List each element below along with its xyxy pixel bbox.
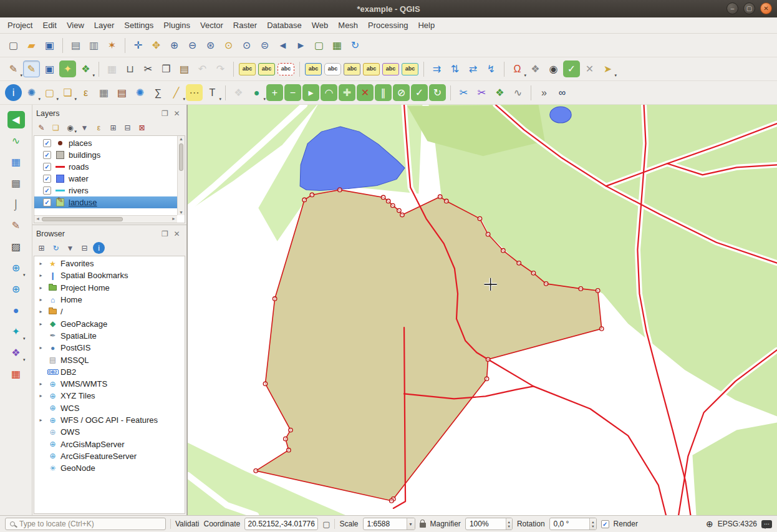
vertex-marker[interactable] xyxy=(486,357,490,361)
diagram-history-button[interactable]: ⇅ xyxy=(446,60,463,77)
snapping-options-button[interactable]: Ω▾ xyxy=(509,60,526,77)
run-feature-action-button-dropdown[interactable]: ▾ xyxy=(38,97,41,101)
vertex-marker[interactable] xyxy=(273,297,276,301)
shape-digitize-ellipse-tool[interactable]: − xyxy=(284,84,301,101)
menu-mesh[interactable]: Mesh xyxy=(333,19,363,32)
add-part-tool[interactable]: ✚ xyxy=(339,84,355,101)
vertex-editor-button[interactable]: ❖ xyxy=(230,84,247,101)
zoom-last-tool[interactable]: ◄ xyxy=(274,37,291,54)
expand-arrow[interactable]: ▸ xyxy=(37,261,45,266)
collapse-all-button[interactable]: ⊟ xyxy=(122,122,133,133)
expand-arrow[interactable]: ▸ xyxy=(37,273,45,278)
field-calculator-button[interactable]: ▤ xyxy=(113,84,130,101)
browser-item-arcgisfeatureserver[interactable]: ⊕ArcGisFeatureServer xyxy=(34,450,185,462)
nav-back-button[interactable]: ◀ xyxy=(7,111,25,128)
plugin-star-tools-button[interactable]: ✦▾ xyxy=(7,323,25,341)
current-edits-menu-dropdown[interactable]: ▾ xyxy=(20,73,22,77)
scale-dropdown-arrow[interactable]: ▾ xyxy=(407,518,415,530)
text-annotation-tool[interactable]: T▾ xyxy=(204,84,221,101)
network-analysis-button[interactable]: ⇄ xyxy=(465,60,481,77)
layers-panel-float-button[interactable]: ❐ xyxy=(159,107,171,119)
vertex-marker[interactable] xyxy=(531,271,535,275)
add-polygon-feature-tool[interactable]: ✦ xyxy=(59,60,76,77)
zoom-full-extent-tool[interactable]: ⊛ xyxy=(202,37,219,54)
open-layer-styling-button[interactable]: ✎ xyxy=(36,122,47,133)
vertex-marker[interactable] xyxy=(390,499,393,503)
map-canvas[interactable] xyxy=(187,105,777,515)
vertex-marker[interactable] xyxy=(254,469,258,473)
undo-button[interactable]: ↶ xyxy=(194,60,211,77)
select-features-tool-dropdown[interactable]: ▾ xyxy=(56,97,59,101)
vertex-marker[interactable] xyxy=(478,216,481,220)
browser-item-xyz-tiles[interactable]: ▸⊕XYZ Tiles xyxy=(34,390,185,402)
vertex-marker[interactable] xyxy=(263,382,267,385)
layer-row-water[interactable]: ✓water xyxy=(34,173,185,185)
crs-label[interactable]: EPSG:4326 xyxy=(718,520,757,528)
vertex-marker[interactable] xyxy=(289,428,292,432)
vertex-marker[interactable] xyxy=(310,193,314,196)
plugin-colors-button[interactable]: ▦ xyxy=(7,365,25,383)
style-manager-button[interactable]: ✶ xyxy=(104,37,120,54)
plugin-globe-tools-button[interactable]: ⊕▾ xyxy=(7,259,25,277)
plugin-globe-tools-button-dropdown[interactable]: ▾ xyxy=(23,273,26,277)
split-lines-tool[interactable]: ✂ xyxy=(473,84,490,101)
layer-checkbox-places[interactable]: ✓ xyxy=(43,139,51,147)
browser-item-root[interactable]: ▸/ xyxy=(34,306,185,317)
magnifier-spinbox[interactable]: 100% ▴▾ xyxy=(465,518,513,530)
show-hide-labels-tool[interactable]: abc xyxy=(344,63,360,75)
lock-scale-icon[interactable] xyxy=(420,523,426,528)
zoom-native-resolution-tool[interactable]: ⊜ xyxy=(256,37,273,54)
scroll-up-arrow[interactable]: ▲ xyxy=(178,137,185,141)
redo-button[interactable]: ↷ xyxy=(212,60,229,77)
plugin-globe-button[interactable]: ⊕ xyxy=(7,281,25,298)
rotate-feature-tool[interactable]: ↻ xyxy=(429,84,446,101)
rotation-spinbox[interactable]: 0,0 ° ▴▾ xyxy=(549,518,597,530)
text-annotation-tool-dropdown[interactable]: ▾ xyxy=(219,97,221,101)
browser-item-project-home[interactable]: ▸Project Home xyxy=(34,282,185,294)
layer-checkbox-water[interactable]: ✓ xyxy=(43,175,51,183)
open-attribute-table-button[interactable]: ▦ xyxy=(95,84,112,101)
processing-toolbox-button[interactable]: ✺ xyxy=(132,84,148,101)
manage-map-themes-button-dropdown[interactable]: ▾ xyxy=(74,129,77,133)
pan-to-selection-tool[interactable]: ✥ xyxy=(148,37,165,54)
layer-labeling-options-button[interactable]: abc xyxy=(258,63,275,75)
menu-processing[interactable]: Processing xyxy=(363,19,413,32)
collapse-browser-button[interactable]: ⊟ xyxy=(79,242,90,254)
split-features-tool[interactable]: ⊘ xyxy=(393,84,410,101)
vertex-marker[interactable] xyxy=(501,249,505,253)
menu-raster[interactable]: Raster xyxy=(228,19,262,32)
vertex-marker[interactable] xyxy=(445,199,448,203)
expand-arrow[interactable]: ▸ xyxy=(37,309,45,314)
vertex-marker[interactable] xyxy=(302,198,306,201)
browser-item-postgis[interactable]: ▸●PostGIS xyxy=(34,342,185,354)
expand-arrow[interactable]: ▸ xyxy=(37,321,45,327)
browser-item-geonode[interactable]: ✳GeoNode xyxy=(34,462,185,474)
add-selected-layers-button[interactable]: ⊞ xyxy=(36,242,47,254)
layer-checkbox-landuse[interactable]: ✓ xyxy=(43,198,51,206)
simplify-feature-tool[interactable]: ∿ xyxy=(509,84,526,101)
split-parts-tool[interactable]: ✂ xyxy=(455,84,472,101)
scrollbar-thumb[interactable] xyxy=(42,217,123,221)
toggle-editing-button[interactable]: ✎ xyxy=(23,60,40,77)
vertex-marker[interactable] xyxy=(579,287,582,291)
close-button[interactable]: ✕ xyxy=(760,2,772,14)
zoom-next-tool[interactable]: ► xyxy=(292,37,309,54)
maximize-button[interactable]: ▢ xyxy=(743,2,755,14)
new-print-layout-button[interactable]: ▤ xyxy=(67,37,84,54)
scrollbar-thumb[interactable] xyxy=(179,143,183,171)
plugin-sphere-button[interactable]: ● xyxy=(7,302,25,319)
zoom-out-tool[interactable]: ⊖ xyxy=(184,37,201,54)
vertex-tool[interactable]: ❖▾ xyxy=(77,60,94,77)
delete-part-tool[interactable]: ✕ xyxy=(357,84,374,101)
menu-help[interactable]: Help xyxy=(413,19,440,32)
feature-selection-pointer-tool-dropdown[interactable]: ▾ xyxy=(614,73,617,77)
plugin-checker-button[interactable]: ▨ xyxy=(7,238,25,256)
highlight-pinned-labels-button[interactable]: abc xyxy=(278,63,294,75)
browser-panel-close-button[interactable]: ✕ xyxy=(171,228,183,239)
browser-item-favorites[interactable]: ▸★Favorites xyxy=(34,258,185,269)
vertex-marker[interactable] xyxy=(387,199,390,203)
snapping-options-button-dropdown[interactable]: ▾ xyxy=(524,73,526,77)
plugin-hook-button[interactable]: ⌡ xyxy=(7,196,25,213)
expand-arrow[interactable]: ▸ xyxy=(37,417,45,423)
layer-checkbox-roads[interactable]: ✓ xyxy=(43,163,51,171)
